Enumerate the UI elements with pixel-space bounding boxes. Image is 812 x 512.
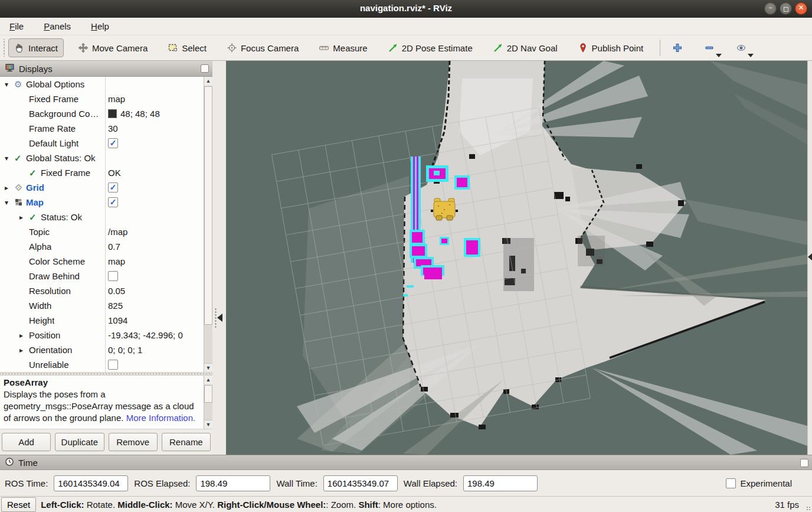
- tool-select[interactable]: Select: [162, 38, 212, 57]
- tree-row-default-light[interactable]: Default Light✓: [0, 136, 204, 151]
- tree-row-height[interactable]: Height1094: [0, 313, 204, 328]
- checkbox-unchecked[interactable]: [108, 360, 118, 370]
- tree-value[interactable]: ✓: [105, 182, 204, 193]
- tree-value[interactable]: [105, 271, 204, 281]
- tree-row-resolution[interactable]: Resolution0.05: [0, 283, 204, 298]
- tree-row-global-status-ok[interactable]: ▾✓Global Status: Ok: [0, 151, 204, 165]
- tree-value[interactable]: 825: [105, 301, 204, 311]
- expander-open-icon[interactable]: ▾: [5, 154, 14, 162]
- tree-value[interactable]: 0; 0; 0; 1: [105, 345, 204, 355]
- tree-value[interactable]: ✓: [105, 197, 204, 207]
- remove-button[interactable]: Remove: [109, 433, 158, 451]
- scroll-down-icon[interactable]: ▼: [204, 420, 212, 429]
- add-button[interactable]: Add: [2, 433, 51, 451]
- displays-panel-header[interactable]: Displays: [0, 61, 212, 77]
- tree-value[interactable]: 30: [105, 123, 204, 133]
- tree-value[interactable]: -19.343; -42.996; 0: [105, 330, 204, 340]
- minimize-button[interactable]: −: [764, 2, 777, 15]
- scroll-up-icon[interactable]: ▲: [204, 77, 212, 86]
- tree-row-topic[interactable]: Topic/map: [0, 224, 204, 239]
- tree-row-width[interactable]: Width825: [0, 298, 204, 313]
- menu-help[interactable]: Help: [89, 20, 112, 32]
- expander-closed-icon[interactable]: ▸: [19, 331, 29, 340]
- tree-row-map[interactable]: ▾Map✓: [0, 195, 204, 210]
- wall-elapsed-input[interactable]: [463, 475, 538, 491]
- minus-tool-button[interactable]: [700, 40, 718, 56]
- tool-publish-point[interactable]: Publish Point: [572, 38, 650, 57]
- tree-row-draw-behind[interactable]: Draw Behind: [0, 269, 204, 283]
- wall-time-input[interactable]: [323, 475, 398, 491]
- 3d-viewport[interactable]: [226, 61, 807, 455]
- expander-open-icon[interactable]: ▾: [5, 80, 14, 89]
- tree-value[interactable]: map: [105, 256, 204, 266]
- tree-row-background-co[interactable]: Background Co…48; 48; 48: [0, 106, 204, 121]
- splitter-grip[interactable]: [215, 308, 217, 328]
- tree-row-orientation[interactable]: ▸Orientation0; 0; 0; 1: [0, 343, 204, 357]
- right-panel-strip[interactable]: [807, 61, 812, 455]
- expander-closed-icon[interactable]: ▸: [19, 346, 29, 354]
- rename-button[interactable]: Rename: [162, 433, 211, 451]
- tree-value[interactable]: 1094: [105, 315, 204, 325]
- tree-row-fixed-frame[interactable]: Fixed Framemap: [0, 92, 204, 106]
- more-information-link[interactable]: More Information.: [126, 413, 196, 423]
- tree-row-fixed-frame[interactable]: ✓Fixed FrameOK: [0, 165, 204, 180]
- tool-interact[interactable]: Interact: [8, 38, 64, 57]
- tree-row-grid[interactable]: ▸Grid✓: [0, 180, 204, 195]
- tree-row-global-options[interactable]: ▾⚙Global Options: [0, 77, 204, 92]
- tree-value[interactable]: ✓: [105, 138, 204, 148]
- tool-focus-camera[interactable]: Focus Camera: [221, 38, 304, 57]
- scroll-down-icon[interactable]: ▼: [204, 363, 212, 372]
- experimental-checkbox[interactable]: [726, 478, 736, 488]
- description-scrollbar-thumb[interactable]: [204, 385, 212, 403]
- tree-scrollbar[interactable]: ▲ ▼: [204, 77, 212, 372]
- tree-scrollbar-thumb[interactable]: [204, 86, 212, 325]
- plus-tool-button[interactable]: [669, 40, 686, 56]
- collapse-right-icon[interactable]: [808, 253, 812, 260]
- menu-panels[interactable]: Panels: [41, 20, 73, 32]
- tree-row-status-ok[interactable]: ▸✓Status: Ok: [0, 210, 204, 224]
- dropdown-arrow-icon[interactable]: [716, 54, 722, 57]
- tree-value[interactable]: /map: [105, 227, 204, 237]
- close-button[interactable]: ✕: [795, 2, 807, 15]
- ros-time-input[interactable]: [54, 475, 128, 491]
- tool-measure[interactable]: Measure: [313, 38, 373, 57]
- ros-elapsed-input[interactable]: [196, 475, 270, 491]
- tree-value[interactable]: map: [105, 94, 204, 104]
- displays-float-button[interactable]: [201, 64, 209, 73]
- scroll-up-icon[interactable]: ▲: [204, 376, 212, 384]
- tree-value[interactable]: 48; 48; 48: [105, 109, 204, 119]
- collapse-left-icon[interactable]: [217, 314, 222, 322]
- expander-closed-icon[interactable]: ▸: [19, 213, 29, 221]
- expander-closed-icon[interactable]: ▸: [5, 184, 14, 192]
- tree-value[interactable]: OK: [105, 168, 204, 178]
- dropdown-arrow-icon[interactable]: [748, 54, 754, 57]
- maximize-button[interactable]: [780, 2, 792, 15]
- tree-row-color-scheme[interactable]: Color Schememap: [0, 254, 204, 269]
- tree-row-alpha[interactable]: Alpha0.7: [0, 239, 204, 254]
- checkbox-checked[interactable]: ✓: [108, 138, 118, 148]
- tree-row-unreliable[interactable]: Unreliable: [0, 357, 204, 372]
- tree-row-frame-rate[interactable]: Frame Rate30: [0, 121, 204, 136]
- resize-grip[interactable]: [806, 506, 811, 511]
- tree-value[interactable]: [105, 360, 204, 370]
- checkbox-checked[interactable]: ✓: [108, 197, 118, 207]
- duplicate-button[interactable]: Duplicate: [55, 433, 104, 451]
- checkbox-checked[interactable]: ✓: [108, 182, 118, 193]
- toolbar-drag-handle[interactable]: [2, 39, 6, 57]
- tree-value[interactable]: 0.7: [105, 242, 204, 252]
- time-panel-header[interactable]: Time: [0, 455, 812, 470]
- menu-file[interactable]: File: [7, 20, 26, 32]
- tree-value[interactable]: 0.05: [105, 286, 204, 296]
- tool-move-camera[interactable]: Move Camera: [72, 38, 153, 57]
- tool-2d-pose-estimate[interactable]: 2D Pose Estimate: [382, 38, 479, 57]
- time-float-button[interactable]: [800, 459, 808, 467]
- reset-button[interactable]: Reset: [1, 497, 36, 512]
- panel-viewport-splitter[interactable]: [212, 61, 226, 455]
- tree-column-divider[interactable]: [105, 77, 106, 372]
- title-bar[interactable]: navigation.rviz* - RViz − ✕: [0, 0, 812, 18]
- checkbox-unchecked[interactable]: [108, 271, 118, 281]
- expander-open-icon[interactable]: ▾: [5, 198, 14, 207]
- description-scrollbar[interactable]: ▲ ▼: [204, 376, 212, 429]
- tool-2d-nav-goal[interactable]: 2D Nav Goal: [487, 38, 564, 57]
- eye-tool-button[interactable]: [732, 40, 750, 56]
